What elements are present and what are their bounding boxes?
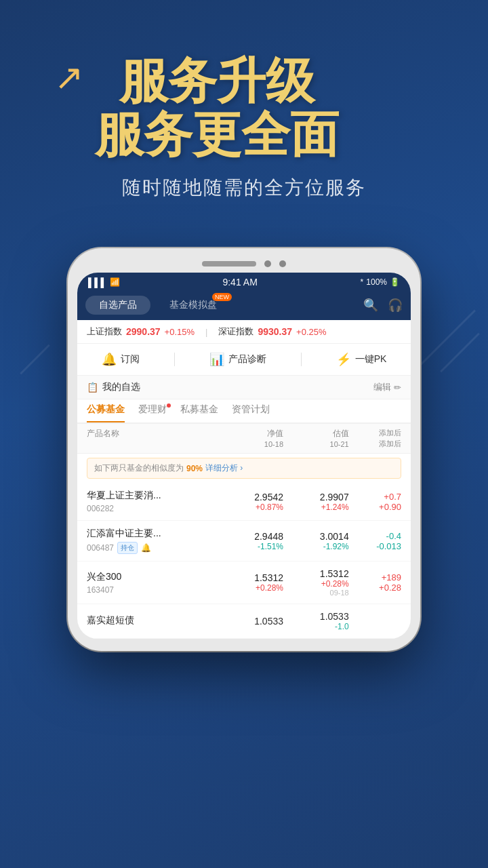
phone-screen: ▌▌▌ 📶 9:41 AM * 100% 🔋 自选产品 基金模拟盘 NEW xyxy=(77,273,411,639)
hero-title-line2: 服务更全面 xyxy=(95,108,339,161)
similarity-link[interactable]: 详细分析 › xyxy=(205,462,243,474)
fund-1-est-change: +1.24% xyxy=(283,502,349,512)
edit-icon: ✏ xyxy=(394,382,401,393)
fund-1-info: 华夏上证主要消... 006282 xyxy=(87,490,218,513)
hero-title-line1: 服务升级 xyxy=(95,54,339,108)
bluetooth-icon: * xyxy=(361,277,364,287)
fund-1-nav-value: 2.9542 xyxy=(218,492,283,502)
fund-2-info: 汇添富中证主要... 006487 持仓 🔔 xyxy=(87,528,218,554)
similarity-notice: 如下两只基金的相似度为 90% 详细分析 › xyxy=(87,458,401,479)
col-est-header: 估值 10-21 xyxy=(283,428,349,449)
status-bar: ▌▌▌ 📶 9:41 AM * 100% 🔋 xyxy=(77,273,411,292)
sh-index-change: +0.15% xyxy=(165,327,195,337)
battery-label: 100% xyxy=(366,277,387,287)
fund-1-nav-change: +0.87% xyxy=(218,502,283,512)
fund-1-est: 2.9907 +1.24% xyxy=(283,492,349,512)
status-time: 9:41 AM xyxy=(222,277,257,288)
subscribe-label: 订阅 xyxy=(121,353,140,366)
sz-index-value: 9930.37 xyxy=(258,326,292,337)
sh-index-name: 上证指数 xyxy=(87,326,122,338)
fund-2-nav: 2.9448 -1.51% xyxy=(218,531,283,551)
fund-3-code: 163407 xyxy=(87,585,218,595)
col-name-header: 产品名称 xyxy=(87,428,218,449)
fund-row-4[interactable]: 嘉实超短债 1.0533 1.0533 -1.0 xyxy=(77,604,411,639)
fund-3-add-change1: +189 xyxy=(349,572,401,583)
fund-4-est: 1.0533 -1.0 xyxy=(283,611,349,631)
status-left: ▌▌▌ 📶 xyxy=(88,277,120,288)
cat-tab-wealth[interactable]: 爱理财 xyxy=(138,403,167,422)
pk-btn[interactable]: ⚡ 一键PK xyxy=(336,352,387,367)
battery-icon: 🔋 xyxy=(390,277,400,287)
chart-icon: 📊 xyxy=(209,352,224,367)
fund-1-name: 华夏上证主要消... xyxy=(87,490,218,502)
fund-1-code: 006282 xyxy=(87,504,218,513)
watchlist-title-text: 我的自选 xyxy=(102,381,140,393)
wealth-dot xyxy=(167,403,171,408)
watchlist-icon: 📋 xyxy=(87,382,98,393)
fund-2-nav-change: -1.51% xyxy=(218,542,283,551)
fund-1-est-value: 2.9907 xyxy=(283,492,349,502)
similarity-pct: 90% xyxy=(186,464,203,473)
fund-2-est: 3.0014 -1.92% xyxy=(283,531,349,551)
diagnose-btn[interactable]: 📊 产品诊断 xyxy=(209,352,266,367)
hero-icon: ↗ xyxy=(41,57,84,98)
vs-icon: ⚡ xyxy=(336,352,351,367)
nav-tab-watchlist[interactable]: 自选产品 xyxy=(85,296,150,315)
fund-1-add-change1: +0.7 xyxy=(349,492,401,502)
pk-label: 一键PK xyxy=(355,353,387,366)
fund-4-est-value: 1.0533 xyxy=(283,611,349,622)
sz-index-name: 深证指数 xyxy=(218,326,253,338)
indices-bar: 上证指数 2990.37 +0.15% | 深证指数 9930.37 +0.25… xyxy=(77,320,411,344)
diagnose-label: 产品诊断 xyxy=(228,353,266,366)
fund-row-2[interactable]: 汇添富中证主要... 006487 持仓 🔔 2.9448 -1.51% 3.0… xyxy=(77,521,411,561)
fund-2-bell: 🔔 xyxy=(141,543,151,553)
nav-tab-fund-sim[interactable]: 基金模拟盘 NEW xyxy=(156,296,230,315)
fund-2-code: 006487 持仓 🔔 xyxy=(87,542,218,554)
cat-tab-asset[interactable]: 资管计划 xyxy=(232,403,270,422)
watchlist-edit[interactable]: 编辑 ✏ xyxy=(373,381,401,393)
signal-icon: ▌▌▌ xyxy=(88,277,107,288)
fund-3-nav: 1.5312 +0.28% xyxy=(218,572,283,593)
action-divider-2 xyxy=(301,353,302,366)
fund-4-info: 嘉实超短债 xyxy=(87,614,218,629)
hero-subtitle: 随时随地随需的全方位服务 xyxy=(41,175,447,201)
action-row: 🔔 订阅 📊 产品诊断 ⚡ 一键PK xyxy=(77,344,411,376)
fund-2-name: 汇添富中证主要... xyxy=(87,528,218,540)
sz-index-change: +0.25% xyxy=(296,327,326,337)
fund-2-tag: 持仓 xyxy=(117,542,138,554)
fund-3-est: 1.5312 +0.28% 09-18 xyxy=(283,568,349,597)
fund-2-est-value: 3.0014 xyxy=(283,531,349,542)
cat-tab-private[interactable]: 私募基金 xyxy=(180,403,218,422)
phone-speaker xyxy=(202,261,256,267)
sh-index: 上证指数 2990.37 +0.15% xyxy=(87,326,195,338)
fund-1-change: +0.7 +0.90 xyxy=(349,492,401,512)
cat-tab-public[interactable]: 公募基金 xyxy=(87,403,125,422)
action-divider-1 xyxy=(174,353,175,366)
fund-3-nav-change: +0.28% xyxy=(218,583,283,593)
similarity-text: 如下两只基金的相似度为 xyxy=(94,462,184,474)
phone-camera2 xyxy=(279,260,286,267)
new-badge: NEW xyxy=(212,293,232,301)
phone-top-bar xyxy=(77,260,411,267)
nav-actions: 🔍 🎧 xyxy=(363,296,403,315)
headset-icon[interactable]: 🎧 xyxy=(388,298,403,313)
fund-row-3[interactable]: 兴全300 163407 1.5312 +0.28% 1.5312 +0.28%… xyxy=(77,561,411,604)
subscribe-btn[interactable]: 🔔 订阅 xyxy=(102,352,140,367)
col-nav-header: 净值 10-18 xyxy=(218,428,283,449)
fund-1-add-change2: +0.90 xyxy=(349,502,401,512)
phone-mockup: ▌▌▌ 📶 9:41 AM * 100% 🔋 自选产品 基金模拟盘 NEW xyxy=(0,248,488,651)
fund-1-nav: 2.9542 +0.87% xyxy=(218,492,283,512)
fund-3-est-value: 1.5312 xyxy=(283,568,349,579)
fund-3-info: 兴全300 163407 xyxy=(87,571,218,595)
fund-row-1[interactable]: 华夏上证主要消... 006282 2.9542 +0.87% 2.9907 +… xyxy=(77,483,411,521)
search-icon[interactable]: 🔍 xyxy=(363,298,378,313)
app-nav: 自选产品 基金模拟盘 NEW 🔍 🎧 xyxy=(77,292,411,320)
fund-4-nav-value: 1.0533 xyxy=(218,616,283,627)
category-tabs: 公募基金 爱理财 私募基金 资管计划 xyxy=(77,399,411,424)
sh-index-value: 2990.37 xyxy=(126,326,161,337)
col-add-header: 添加后 添加后 xyxy=(349,428,401,449)
fund-2-add-change1: -0.4 xyxy=(349,531,401,541)
table-header: 产品名称 净值 10-18 估值 10-21 添加后 添加后 xyxy=(77,424,411,454)
fund-3-est-change: +0.28% xyxy=(283,579,349,589)
fund-3-change: +189 +0.28 xyxy=(349,572,401,593)
